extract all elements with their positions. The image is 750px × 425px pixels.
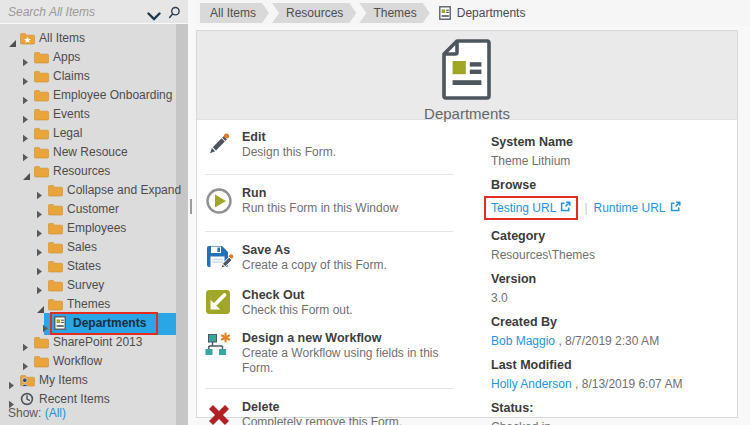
delete-x-icon (205, 401, 235, 425)
collapse-arrow-icon[interactable] (8, 34, 17, 52)
tree-item-themes[interactable]: Themes (0, 295, 176, 314)
folder-icon (34, 126, 49, 144)
expand-arrow-icon[interactable] (36, 205, 43, 223)
splitter-handle[interactable] (190, 199, 192, 214)
search-input[interactable] (6, 2, 145, 22)
link-bob-maggio[interactable]: Bob Maggio (491, 334, 555, 348)
folder-icon (34, 335, 49, 353)
collapse-arrow-icon[interactable] (36, 300, 45, 318)
search-bar (0, 0, 188, 24)
expand-arrow-icon[interactable] (36, 243, 43, 261)
expand-arrow-icon[interactable] (8, 395, 15, 413)
detail-label: System Name (491, 135, 731, 150)
expand-arrow-icon[interactable] (22, 338, 29, 356)
tree-item-label: All Items (39, 31, 85, 45)
tree-item-customer[interactable]: Customer (0, 200, 176, 219)
expand-arrow-icon[interactable] (22, 110, 29, 128)
search-scope-chevron-down-icon[interactable] (147, 7, 161, 25)
link-testing-url[interactable]: Testing URL (491, 200, 556, 216)
action-title: Check Out (242, 288, 353, 303)
detail-label: Browse (491, 178, 731, 193)
folder-icon (48, 278, 63, 296)
tree-item-sharepoint-2013[interactable]: SharePoint 2013 (0, 333, 176, 352)
breadcrumb-item-resources[interactable]: Resources (272, 3, 356, 23)
external-link-icon (560, 200, 571, 216)
document-icon (439, 6, 451, 20)
expand-arrow-icon[interactable] (36, 224, 43, 242)
detail-label: Created By (491, 315, 731, 330)
folder-icon (48, 259, 63, 277)
tree-item-label: Employees (67, 221, 126, 235)
detail-date: , 8/13/2019 6:07 AM (572, 377, 683, 391)
expand-arrow-icon[interactable] (36, 186, 43, 204)
tree-item-my-items[interactable]: My Items (0, 371, 176, 390)
tree-item-survey[interactable]: Survey (0, 276, 176, 295)
breadcrumb-item-themes[interactable]: Themes (359, 3, 429, 23)
search-icon[interactable] (168, 5, 181, 23)
action-design-a-new-workflow[interactable]: Design a new Workflow Create a Workflow … (205, 331, 461, 376)
sidebar: ★All Items Apps Claims Employee Onboardi… (0, 0, 188, 425)
action-title: Design a new Workflow (242, 331, 461, 346)
external-link-icon (670, 200, 681, 216)
collapse-arrow-icon[interactable] (22, 167, 31, 185)
action-save-as[interactable]: Save As Create a copy of this Form. (205, 243, 461, 276)
all-items-folder-icon: ★ (20, 31, 35, 49)
expand-arrow-icon[interactable] (22, 53, 29, 71)
expand-arrow-icon[interactable] (8, 376, 15, 394)
link-runtime-url[interactable]: Runtime URL (594, 200, 666, 216)
folder-icon (34, 69, 49, 87)
check-out-icon (205, 289, 235, 319)
tree-item-sales[interactable]: Sales (0, 238, 176, 257)
tree-item-label: Collapse and Expand (67, 183, 181, 197)
detail-value: Checked in (491, 419, 731, 425)
action-description: Design this Form. (242, 145, 336, 160)
expand-arrow-icon[interactable] (22, 148, 29, 166)
form-header: Departments (197, 31, 737, 120)
tree-item-departments[interactable]: Departments (0, 314, 176, 333)
expand-arrow-icon[interactable] (22, 91, 29, 109)
folder-icon (48, 183, 63, 201)
expand-arrow-icon[interactable] (22, 129, 29, 147)
breadcrumb-item-all-items[interactable]: All Items (200, 3, 269, 23)
tree-item-employees[interactable]: Employees (0, 219, 176, 238)
details-panel: Departments Edit Design this Form. Run R… (196, 30, 738, 418)
folder-icon (34, 145, 49, 163)
expand-arrow-icon[interactable] (36, 262, 43, 280)
tree-item-label: Legal (53, 126, 82, 140)
detail-value: Holly Anderson , 8/13/2019 6:07 AM (491, 376, 731, 392)
show-all-link[interactable]: (All) (45, 406, 66, 420)
detail-browse: BrowseTesting URL |Runtime URL (491, 178, 731, 220)
action-description: Check this Form out. (242, 303, 353, 318)
tree-item-label: Recent Items (39, 392, 110, 406)
action-description: Create a Workflow using fields in this F… (242, 346, 461, 376)
link-holly-anderson[interactable]: Holly Anderson (491, 377, 572, 391)
folder-icon (48, 202, 63, 220)
detail-label: Category (491, 229, 731, 244)
detail-date: , 8/7/2019 2:30 AM (555, 334, 659, 348)
tree-item-label: My Items (39, 373, 88, 387)
sidebar-scrollbar[interactable] (176, 24, 188, 425)
expand-arrow-icon[interactable] (22, 72, 29, 90)
tree-item-label: SharePoint 2013 (53, 335, 142, 349)
annotation-box: Testing URL (484, 196, 578, 220)
document-icon (54, 316, 66, 334)
detail-last-modified: Last ModifiedHolly Anderson , 8/13/2019 … (491, 358, 731, 392)
folder-icon (48, 221, 63, 239)
action-list: Edit Design this Form. Run Run this Form… (205, 130, 461, 425)
action-run[interactable]: Run Run this Form in this Window (205, 186, 461, 219)
tree-item-label: New Resouce (53, 145, 128, 159)
tree-item-all-items[interactable]: ★All Items (0, 29, 176, 48)
detail-status: Status:Checked in (491, 401, 731, 425)
tree-item-apps[interactable]: Apps (0, 48, 176, 67)
tree-item-recent-items[interactable]: Recent Items (0, 390, 176, 409)
action-check-out[interactable]: Check Out Check this Form out. (205, 288, 461, 319)
detail-value: Resources\Themes (491, 247, 731, 263)
action-edit[interactable]: Edit Design this Form. (205, 130, 461, 162)
action-delete[interactable]: Delete Completely remove this Form. (205, 400, 461, 425)
action-title: Edit (242, 130, 336, 145)
tree-item-states[interactable]: States (0, 257, 176, 276)
folder-icon (48, 240, 63, 258)
detail-system-name: System NameTheme Lithium (491, 135, 731, 169)
expand-arrow-icon[interactable] (36, 281, 43, 299)
divider (205, 388, 453, 389)
